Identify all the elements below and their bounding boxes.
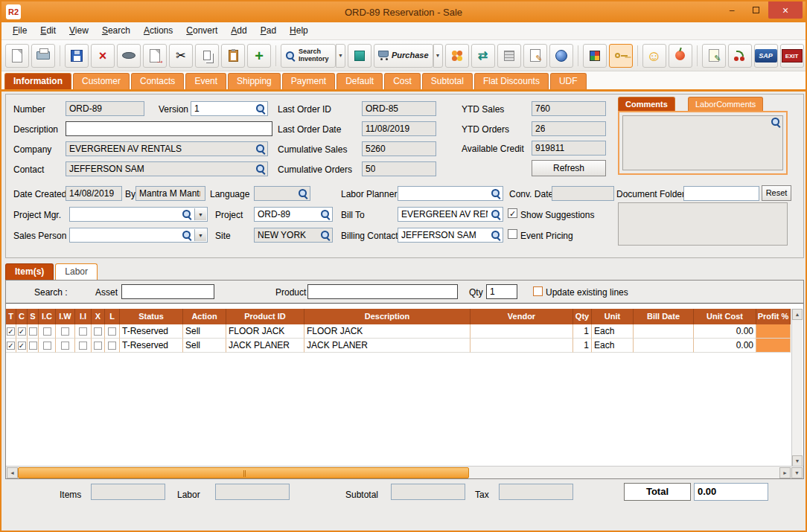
table-row[interactable]: ✓ ✓ T-Reserved Sell FLOOR JACK FLOOR JAC… [6,324,791,339]
preview-button[interactable] [117,44,141,68]
copy-button[interactable] [195,44,219,68]
company-search-icon[interactable] [255,144,266,154]
scroll-left-button[interactable]: ◄ [7,467,18,478]
col-description[interactable]: Description [304,309,471,324]
row1-unit-cost[interactable]: 0.00 [694,324,756,339]
horizontal-scrollbar[interactable]: ◄ ► ▼ [6,466,803,478]
delete-button[interactable]: × [91,44,115,68]
tab-default[interactable]: Default [336,73,383,89]
inventory-cube-button[interactable] [348,44,371,68]
col-unit-cost[interactable]: Unit Cost [694,309,756,324]
row2-unit[interactable]: Each [592,339,634,353]
tab-items[interactable]: Item(s) [5,263,54,280]
add-line-button[interactable]: + [247,44,271,68]
tab-udf[interactable]: UDF [550,73,587,89]
qty-input[interactable] [486,284,517,299]
cherries-button[interactable] [728,44,752,68]
close-button[interactable]: × [768,1,803,19]
row1-check-l[interactable] [105,324,120,339]
tab-information[interactable]: Information [4,73,71,89]
row1-unit[interactable]: Each [592,324,634,339]
row1-action[interactable]: Sell [183,324,226,339]
row1-check-iw[interactable] [56,324,75,339]
tab-cost[interactable]: Cost [384,73,421,89]
col-ii[interactable]: I.I [75,309,92,324]
tab-flat-discounts[interactable]: Flat Discounts [474,73,549,89]
col-vendor[interactable]: Vendor [471,309,573,324]
table-row[interactable]: ✓ ✓ T-Reserved Sell JACK PLANER JACK PLA… [6,339,791,353]
checkbox[interactable] [108,327,116,336]
project-mgr-dropdown-icon[interactable]: ▼ [194,208,206,220]
row2-check-l[interactable] [105,339,120,353]
tab-event[interactable]: Event [185,73,226,89]
horizontal-scroll-thumb[interactable] [18,467,469,478]
row1-check-ic[interactable] [39,324,56,339]
menu-pad[interactable]: Pad [254,22,283,39]
notes-button[interactable] [702,44,726,68]
row2-product-id[interactable]: JACK PLANER [226,339,304,353]
checkbox[interactable] [79,327,87,336]
export-button[interactable]: → [143,44,167,68]
project-field[interactable]: ORD-89 [254,207,333,222]
asset-input[interactable] [121,284,214,299]
bill-to-search-icon[interactable] [491,209,501,219]
menu-actions[interactable]: Actions [137,22,179,39]
col-c[interactable]: C [16,309,28,324]
contact-field[interactable]: JEFFERSON SAM [66,161,268,176]
row2-description[interactable]: JACK PLANER [304,339,471,353]
company-field[interactable]: EVERGREEN AV RENTALS [66,141,268,156]
row1-check-c[interactable]: ✓ [16,324,28,339]
menu-add[interactable]: Add [224,22,253,39]
maximize-button[interactable] [744,1,767,19]
bill-to-field[interactable]: EVERGREEN AV RENTALS [398,207,503,222]
tab-customer[interactable]: Customer [73,73,130,89]
checkbox[interactable]: ✓ [7,327,15,336]
scroll-up-button[interactable]: ▲ [792,309,803,320]
col-t[interactable]: T [6,309,16,324]
product-input[interactable] [307,284,458,299]
comments-search-icon[interactable] [771,117,781,127]
reset-button[interactable]: Reset [762,185,791,201]
key-button[interactable] [609,44,633,68]
row1-qty[interactable]: 1 [573,324,592,339]
sales-person-combo[interactable]: ▼ [69,228,208,243]
row2-check-iw[interactable] [56,339,75,353]
document-folder-input[interactable] [683,186,759,201]
checkbox[interactable] [29,342,37,350]
checkbox[interactable] [43,327,51,336]
col-ic[interactable]: I.C [39,309,56,324]
col-x[interactable]: X [92,309,105,324]
tab-subtotal[interactable]: Subtotal [422,73,473,89]
vertical-scrollbar[interactable]: ▲ ▼ [791,309,803,467]
row2-check-c[interactable]: ✓ [16,339,28,353]
row2-qty[interactable]: 1 [573,339,592,353]
edit-document-button[interactable] [523,44,547,68]
col-iw[interactable]: I.W [56,309,75,324]
col-s[interactable]: S [28,309,39,324]
menu-file[interactable]: File [6,22,34,39]
project-search-icon[interactable] [320,209,331,219]
tab-payment[interactable]: Payment [282,73,335,89]
row2-vendor[interactable] [471,339,573,353]
comments-textarea[interactable] [622,115,783,170]
row1-description[interactable]: FLOOR JACK [304,324,471,339]
menu-search[interactable]: Search [95,22,137,39]
col-status[interactable]: Status [120,309,183,324]
show-suggestions-checkbox[interactable]: ✓ [508,208,517,218]
sales-person-dropdown-icon[interactable]: ▼ [194,229,206,241]
row2-check-s[interactable] [28,339,39,353]
rubiks-cube-button[interactable] [583,44,607,68]
tab-shipping[interactable]: Shipping [228,73,281,89]
purchase-dropdown[interactable]: ▼ [433,44,443,68]
contacts-button[interactable] [445,44,469,68]
checkbox[interactable] [94,327,102,336]
row1-check-ii[interactable] [75,324,92,339]
col-bill-date[interactable]: Bill Date [634,309,694,324]
row2-bill-date[interactable] [634,339,694,353]
col-qty[interactable]: Qty [573,309,592,324]
tab-contacts[interactable]: Contacts [131,73,184,89]
row2-unit-cost[interactable]: 0.00 [694,339,756,353]
app-icon[interactable]: R2 [6,4,21,19]
col-l[interactable]: L [105,309,120,324]
checkbox[interactable]: ✓ [18,327,26,336]
